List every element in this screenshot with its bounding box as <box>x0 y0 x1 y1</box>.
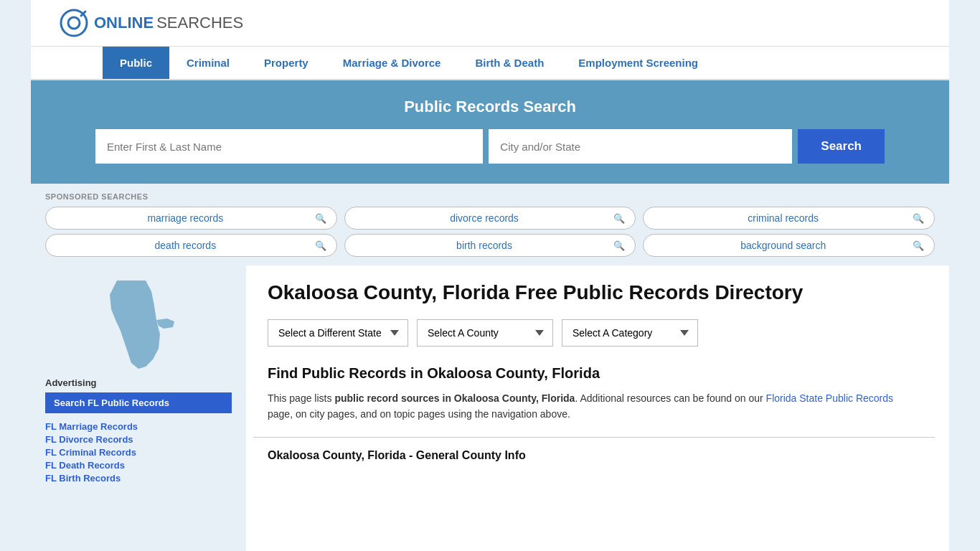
florida-records-link[interactable]: Florida State Public Records <box>766 392 893 404</box>
search-fl-button[interactable]: Search FL Public Records <box>45 392 232 413</box>
advertising-label: Advertising <box>45 377 232 388</box>
page-title: Okaloosa County, Florida Free Public Rec… <box>268 280 803 305</box>
sidebar-links: FL Marriage Records FL Divorce Records F… <box>45 420 232 484</box>
florida-map-icon <box>95 277 182 370</box>
name-input[interactable] <box>95 129 483 164</box>
sponsored-label: SPONSORED SEARCHES <box>45 192 935 201</box>
category-dropdown[interactable]: Select A Category <box>562 319 698 347</box>
main-nav: Public Criminal Property Marriage & Divo… <box>31 47 949 80</box>
find-desc-1: This page lists <box>268 392 334 404</box>
below-header: SPONSORED SEARCHES marriage records 🔍 di… <box>31 184 949 551</box>
pill-marriage-records[interactable]: marriage records 🔍 <box>45 207 337 230</box>
svg-point-1 <box>68 17 80 29</box>
logo-searches-text: SEARCHES <box>156 14 243 32</box>
find-section: Find Public Records in Okaloosa County, … <box>253 358 935 430</box>
content-area: Okaloosa County, Florida Free Public Rec… <box>246 265 949 551</box>
find-title: Find Public Records in Okaloosa County, … <box>268 365 920 382</box>
find-desc-3: page, on city pages, and on topic pages … <box>268 408 570 420</box>
pills-row-2: death records 🔍 birth records 🔍 backgrou… <box>45 234 935 257</box>
search-band: Public Records Search Search <box>31 80 949 184</box>
nav-item-criminal[interactable]: Criminal <box>169 47 247 79</box>
state-dropdown-wrap: Select a Different State <box>268 319 408 347</box>
state-dropdown[interactable]: Select a Different State <box>268 319 408 347</box>
sidebar: Advertising Search FL Public Records FL … <box>31 265 246 551</box>
county-dropdown[interactable]: Select A County <box>417 319 553 347</box>
pills-row-1: marriage records 🔍 divorce records 🔍 cri… <box>45 207 935 230</box>
sponsored-section: SPONSORED SEARCHES marriage records 🔍 di… <box>31 184 949 265</box>
sidebar-link-divorce[interactable]: FL Divorce Records <box>45 433 232 445</box>
logo-online-text: ONLINE <box>94 14 154 32</box>
find-description: This page lists public record sources in… <box>268 390 920 423</box>
search-icon-1: 🔍 <box>315 213 326 224</box>
search-button[interactable]: Search <box>798 129 885 164</box>
find-desc-2: . Additional resources can be found on o… <box>575 392 765 404</box>
header: ONLINE SEARCHES <box>31 0 949 47</box>
sidebar-link-criminal[interactable]: FL Criminal Records <box>45 446 232 458</box>
pill-birth-records[interactable]: birth records 🔍 <box>344 234 636 257</box>
search-icon-6: 🔍 <box>913 240 924 251</box>
pill-background-search[interactable]: background search 🔍 <box>643 234 935 257</box>
nav-item-public[interactable]: Public <box>103 47 169 79</box>
logo: ONLINE SEARCHES <box>60 9 243 37</box>
sidebar-link-death[interactable]: FL Death Records <box>45 459 232 471</box>
search-icon-5: 🔍 <box>613 240 625 251</box>
location-input[interactable] <box>489 129 792 164</box>
search-band-title: Public Records Search <box>60 98 920 116</box>
find-desc-bold: public record sources in Okaloosa County… <box>334 392 575 404</box>
sidebar-link-birth[interactable]: FL Birth Records <box>45 472 232 484</box>
nav-item-birth-death[interactable]: Birth & Death <box>458 47 561 79</box>
search-icon-4: 🔍 <box>315 240 326 251</box>
search-icon-3: 🔍 <box>913 213 924 224</box>
nav-item-employment[interactable]: Employment Screening <box>561 47 715 79</box>
dropdowns-row: Select a Different State Select A County… <box>253 312 935 358</box>
general-info-title: Okaloosa County, Florida - General Count… <box>268 449 920 462</box>
pill-criminal-records[interactable]: criminal records 🔍 <box>643 207 935 230</box>
search-form: Search <box>95 129 885 164</box>
county-dropdown-wrap: Select A County <box>417 319 553 347</box>
category-dropdown-wrap: Select A Category <box>562 319 698 347</box>
nav-item-marriage-divorce[interactable]: Marriage & Divorce <box>326 47 458 79</box>
pill-divorce-records[interactable]: divorce records 🔍 <box>344 207 636 230</box>
sidebar-link-marriage[interactable]: FL Marriage Records <box>45 420 232 432</box>
main-container: Advertising Search FL Public Records FL … <box>31 265 949 551</box>
pill-death-records[interactable]: death records 🔍 <box>45 234 337 257</box>
search-icon-2: 🔍 <box>613 213 625 224</box>
sponsored-pills: marriage records 🔍 divorce records 🔍 cri… <box>45 207 935 257</box>
page-header: Okaloosa County, Florida Free Public Rec… <box>253 265 935 312</box>
nav-item-property[interactable]: Property <box>247 47 326 79</box>
general-info-section: Okaloosa County, Florida - General Count… <box>253 437 935 462</box>
logo-icon <box>60 9 88 37</box>
